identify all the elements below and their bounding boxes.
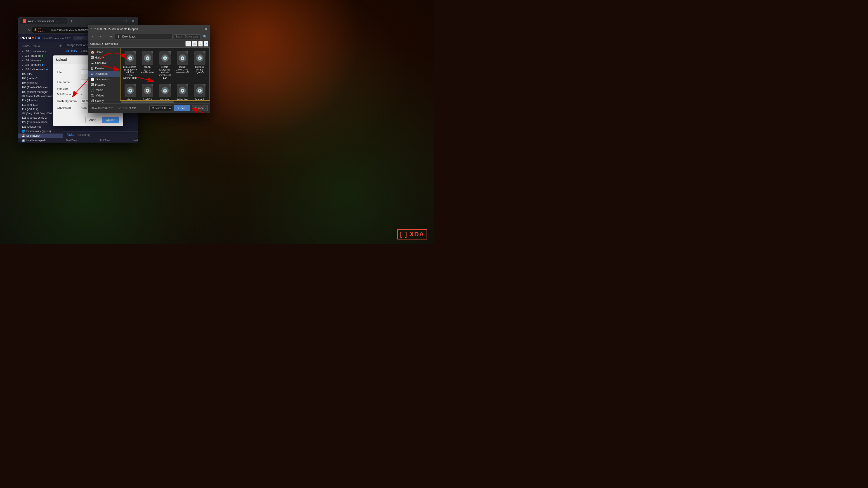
new-tab-btn[interactable]: +	[68, 18, 74, 24]
logo-x: X	[29, 36, 32, 40]
close-btn[interactable]: ×	[130, 18, 136, 24]
fp-file-proxmox-2[interactable]: 💿 proxmox-ve_8.2-...	[157, 83, 173, 101]
tab-label: ayush - Proxmox Virtual Enviro...	[28, 20, 59, 22]
fp-footer-size: 619.71 MB	[123, 107, 136, 110]
fp-back-btn[interactable]: ←	[90, 34, 96, 39]
fp-list-view-btn[interactable]: ☰	[185, 41, 191, 46]
sidebar-item-zoneminder[interactable]: ▶ 110 (zoneminder)	[18, 49, 63, 54]
fp-home-icon: 🏠	[91, 51, 94, 54]
fp-hscrollbar[interactable]	[120, 101, 210, 103]
sidebar-label-local-lvm: local-lvm (ayush)	[26, 139, 46, 142]
tasks-section: Tasks Cluster log Start Time ↓ End Time …	[63, 131, 138, 142]
fp-search-input[interactable]	[174, 34, 201, 39]
fp-footer-type: iso	[118, 107, 121, 110]
fp-sidebar-home[interactable]: 🏠 Home	[88, 50, 120, 55]
fp-grid-view-btn[interactable]: ⊞	[192, 41, 197, 46]
fp-file-ubuntu-arm64[interactable]: 💿 ubuntu-24.04.1-live-server-arm64	[175, 50, 190, 80]
fp-new-folder-btn[interactable]: New folder	[105, 42, 118, 45]
fp-filename-fedora: Fedora-Everything-netinst-aarch6 4-40-1.…	[158, 66, 172, 79]
fp-help-btn[interactable]: ?	[204, 41, 208, 46]
sidebar-label-debian1: 103 (debian1)	[22, 77, 38, 80]
fp-file-truenas-scale2[interactable]: 💿 TrueNAS-SCALE-...	[192, 83, 208, 101]
fp-forward-btn[interactable]: →	[97, 34, 103, 39]
fp-refresh-btn[interactable]: ⟳	[109, 35, 114, 39]
fp-sidebar-gallery1[interactable]: 🖼 Gallery	[88, 55, 120, 60]
fp-path-chevron: ›	[121, 35, 121, 38]
fp-file-nixos-plasma[interactable]: 💿 nixos-plasma6-2...	[122, 83, 138, 101]
fp-file-icon-truenas2: 💿	[194, 84, 206, 97]
minimize-btn[interactable]: −	[115, 18, 122, 24]
fp-filetype-select[interactable]: Custom Files	[149, 105, 172, 111]
fp-cancel-btn[interactable]: Cancel	[192, 105, 208, 111]
vm-icon-zoneminder: ▶	[22, 50, 24, 53]
logo-x2: X	[38, 36, 40, 40]
sidebar-label-local: local (ayush)	[26, 134, 41, 137]
fp-sidebar-downloads[interactable]: ⬇ Downloads	[88, 71, 120, 76]
fp-onedrive-icon: ☁	[91, 61, 94, 65]
fp-search-btn[interactable]: 🔍	[202, 34, 208, 39]
fp-sidebar-desktop[interactable]: 🖥 Desktop	[88, 66, 120, 71]
fp-gallery2-label: Gallery	[95, 99, 104, 103]
fp-filename-nixos-gnome: nixos-gnome-24.05.5197.944b2ae a7f0a-aar…	[123, 66, 137, 79]
fp-sidebar-music[interactable]: 🎵 Music	[88, 88, 120, 93]
back-btn[interactable]: ←	[20, 27, 23, 33]
tasks-tab[interactable]: Tasks	[66, 133, 75, 137]
fp-gallery1-label: Gallery	[95, 56, 104, 59]
fp-downloads-label: Downloads	[95, 72, 108, 75]
tab-close-btn[interactable]: ✕	[61, 19, 64, 23]
sidebar-item-local-ayush[interactable]: 💾 local (ayush)	[18, 133, 63, 138]
window-controls: − □ ×	[115, 18, 136, 24]
sidebar-item-localnetwork[interactable]: 🌐 localnetwork (ayush)	[18, 129, 63, 133]
fp-iso-disc-debian-arm: 💿	[144, 55, 151, 62]
tab-favicon: ✕	[23, 19, 26, 23]
col-node: Node	[133, 139, 138, 142]
server-view-label: Server View	[20, 43, 42, 48]
fp-footer: 2024-10-03 09:10:51 iso 619.71 MB Custom…	[88, 103, 210, 113]
fp-pictures-icon: 🖼	[91, 83, 94, 87]
fp-iso-disc-nixos: 💿	[127, 55, 134, 62]
fp-footer-date: 2024-10-03 09:10:51	[91, 107, 116, 110]
fp-sidebar-pictures[interactable]: 🖼 Pictures	[88, 82, 120, 88]
fp-organize-btn[interactable]: Organize ▾	[90, 42, 103, 45]
fp-hscrollbar-thumb[interactable]	[121, 101, 174, 103]
fp-file-icon-debian-live: 💿	[177, 84, 188, 97]
fp-file-debian-live[interactable]: 💿 debian-live-12.7...	[175, 83, 190, 101]
sidebar-label-truenas: 108 (TrueNAS-Scale)	[22, 86, 48, 89]
fp-file-truenas-scale1[interactable]: 💿 TrueNAS-SCALE-...	[140, 83, 155, 101]
filesize-label: File size:	[57, 87, 80, 90]
status-dot-grafana	[41, 55, 43, 57]
refresh-btn[interactable]: ↻	[28, 27, 31, 33]
fp-sidebar-videos[interactable]: 🎬 Videos	[88, 93, 120, 98]
maximize-btn[interactable]: □	[123, 18, 129, 24]
menu-summary[interactable]: Summary	[66, 49, 77, 56]
fp-file-nixos-gnome[interactable]: 💿 nixos-gnome-24.05.5197.944b2ae a7f0a-a…	[122, 50, 138, 80]
fp-gallery1-icon: 🖼	[91, 56, 94, 59]
sidebar-label-calibre: 116 (calibre-web)	[24, 68, 45, 71]
forward-btn[interactable]: →	[24, 27, 27, 33]
fp-sidebar-documents[interactable]: 📄 Documents	[88, 76, 120, 82]
security-indicator: 🔓 Not secure	[34, 27, 49, 33]
fp-open-btn[interactable]: Open	[174, 105, 190, 111]
fp-close-btn[interactable]: ✕	[204, 27, 207, 31]
fp-file-debian-arm64[interactable]: 💿 debian-12.7.0-arm64-netinst	[140, 50, 155, 80]
cluster-log-tab[interactable]: Cluster log	[78, 133, 90, 136]
fp-documents-icon: 📄	[91, 77, 94, 81]
fp-body: 🏠 Home 🖼 Gallery ☁ OneDrive 🖥 Desktop ⬇ …	[88, 48, 210, 103]
fp-file-proxmox-arm64[interactable]: 💿 proxmox-ve_8.2-2_arm64	[192, 50, 208, 80]
fp-titlebar: 192.168.29.227:8006 wants to open ✕	[88, 25, 210, 33]
sidebar-item-local-lvm[interactable]: 💾 local-lvm (ayush)	[18, 138, 63, 142]
upload-btn[interactable]: Upload	[102, 117, 119, 123]
fp-details-view-btn[interactable]: ≡	[198, 41, 203, 46]
fp-path-bar[interactable]: ⬇ › Downloads	[115, 34, 173, 39]
abort-btn[interactable]: Abort	[86, 117, 100, 123]
fp-sidebar-gallery2[interactable]: 🖼 Gallery	[88, 98, 120, 103]
fp-file-fedora[interactable]: 💿 Fedora-Everything-netinst-aarch6 4-40-…	[157, 50, 173, 80]
browser-tab[interactable]: ✕ ayush - Proxmox Virtual Enviro... ✕	[20, 18, 67, 24]
status-dot-calibre	[46, 69, 48, 70]
fp-sidebar-onedrive[interactable]: ☁ OneDrive	[88, 60, 120, 66]
fp-onedrive-label: OneDrive	[95, 61, 107, 65]
fp-up-btn[interactable]: ↑	[104, 34, 108, 39]
fp-music-label: Music	[96, 89, 103, 92]
tasks-column-header: Start Time ↓ End Time Node User name Des…	[63, 138, 138, 142]
server-view-refresh[interactable]: ⟳	[59, 44, 62, 47]
